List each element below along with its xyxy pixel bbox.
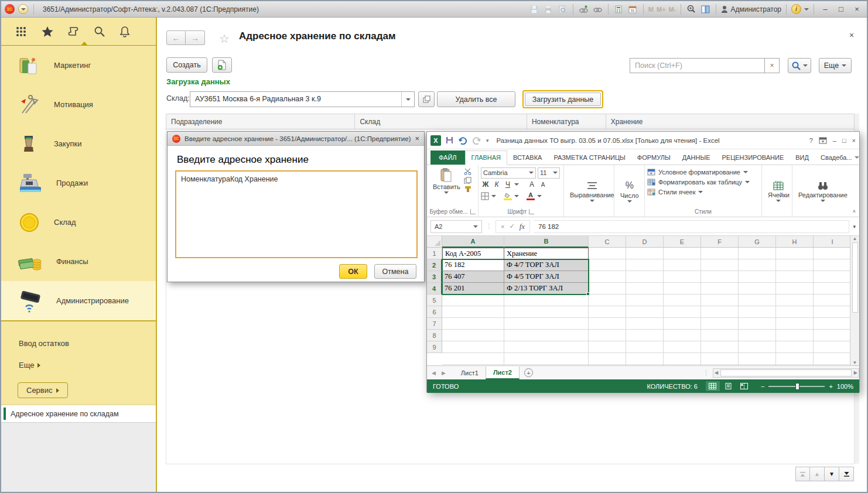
scroll-left-icon[interactable]: ◀	[713, 370, 719, 375]
caret-down-icon[interactable]	[514, 183, 519, 186]
column-header-warehouse[interactable]: Склад	[355, 114, 527, 129]
more-actions-button[interactable]: Еще	[819, 58, 852, 73]
sections-menu-icon[interactable]	[15, 26, 27, 37]
caret-down-icon[interactable]	[491, 195, 496, 197]
cell-B2[interactable]: Ф 4/7 ТОРГ ЗАЛ	[504, 259, 589, 271]
caret-down-icon[interactable]	[514, 195, 519, 197]
go-up-button[interactable]: ▲	[810, 467, 825, 481]
zoom-out-button[interactable]: −	[761, 383, 764, 390]
column-header-storage[interactable]: Хранение	[606, 114, 854, 129]
cell-A1[interactable]: Код А-2005	[442, 248, 504, 259]
row-header-8[interactable]: 8	[427, 330, 442, 341]
undo-icon[interactable]	[458, 136, 467, 145]
save-icon[interactable]	[529, 4, 540, 15]
expand-formula-bar-icon[interactable]: ▾	[853, 224, 856, 230]
next-sheet-icon[interactable]: ▶	[442, 370, 446, 376]
column-header-department[interactable]: Подразделение	[166, 114, 355, 129]
spreadsheet-grid[interactable]: A B C D E F G H I 1 2 3 4 5 6 7 8 9	[427, 236, 859, 365]
search-button[interactable]	[788, 58, 811, 73]
dialog-launcher-icon[interactable]	[470, 209, 476, 214]
tab-insert[interactable]: ВСТАВКА	[507, 151, 548, 165]
tab-home[interactable]: ГЛАВНАЯ	[465, 150, 507, 165]
zoom-icon[interactable]	[686, 4, 697, 15]
tab-file[interactable]: ФАЙЛ	[430, 150, 465, 165]
copy-icon[interactable]	[464, 177, 472, 184]
ribbon-options-icon[interactable]	[819, 137, 827, 144]
sidebar-link-more[interactable]: Еще	[19, 361, 156, 369]
tab-page-layout[interactable]: РАЗМЕТКА СТРАНИЦЫ	[548, 151, 631, 165]
maximize-button[interactable]: □	[835, 5, 848, 13]
sidebar-item-marketing[interactable]: Маркетинг	[1, 46, 156, 85]
select-all-corner[interactable]	[427, 236, 442, 248]
minimize-button[interactable]: –	[819, 5, 832, 13]
delete-all-button[interactable]: Удалить все	[437, 91, 515, 107]
decrease-font-button[interactable]: А	[538, 182, 548, 188]
memory-subtract-button[interactable]: M-	[669, 6, 676, 13]
ok-button[interactable]: ОК	[339, 264, 367, 279]
row-header-9[interactable]: 9	[427, 341, 442, 353]
column-header-nomenclature[interactable]: Номенклатура	[527, 114, 606, 129]
vertical-scrollbar[interactable]: ▲ ▼	[850, 236, 859, 365]
zoom-level[interactable]: 100%	[837, 383, 853, 390]
increase-font-button[interactable]: А	[527, 180, 536, 189]
favorite-star-icon[interactable]: ☆	[219, 32, 230, 46]
combobox-dropdown-button[interactable]	[401, 92, 414, 107]
column-header-A[interactable]: A	[442, 236, 504, 248]
excel-save-icon[interactable]	[446, 136, 453, 144]
fill-color-button[interactable]	[503, 193, 512, 200]
row-header-6[interactable]: 6	[427, 306, 442, 318]
tab-formulas[interactable]: ФОРМУЛЫ	[631, 151, 676, 165]
bold-button[interactable]: Ж	[481, 180, 490, 189]
font-color-button[interactable]: А	[526, 192, 535, 200]
row-header-2[interactable]: 2	[427, 259, 442, 271]
page-break-view-button[interactable]	[737, 381, 751, 391]
row-header-4[interactable]: 4	[427, 283, 442, 295]
alignment-button[interactable]: Выравнивание	[566, 180, 618, 203]
collapse-ribbon-icon[interactable]: ˄	[853, 208, 856, 214]
page-layout-view-button[interactable]	[722, 381, 736, 391]
underline-button[interactable]: Ч	[503, 180, 512, 189]
print-preview-icon[interactable]	[557, 4, 568, 15]
close-form-icon[interactable]: ×	[849, 30, 854, 40]
new-sheet-button[interactable]: +	[524, 368, 533, 377]
horizontal-scrollbar[interactable]: ⋮ ◀ ▶	[703, 366, 859, 379]
sidebar-item-finance[interactable]: Финансы	[1, 242, 156, 281]
prev-sheet-icon[interactable]: ◀	[432, 370, 436, 376]
row-header-1[interactable]: 1	[427, 248, 442, 259]
format-as-table-button[interactable]: Форматировать как таблицу	[647, 177, 759, 187]
memory-add-button[interactable]: M+	[657, 6, 666, 13]
service-button[interactable]: Сервис	[18, 382, 68, 398]
column-header-C[interactable]: C	[589, 236, 626, 248]
enter-entry-icon[interactable]: ✓	[509, 222, 514, 230]
column-header-G[interactable]: G	[739, 236, 776, 248]
scroll-right-icon[interactable]: ▶	[853, 370, 859, 375]
formula-input[interactable]	[534, 220, 849, 233]
zoom-in-button[interactable]: +	[829, 383, 832, 390]
calculator-icon[interactable]	[613, 4, 624, 15]
dialog-close-button[interactable]: ×	[415, 134, 419, 143]
quick-access-customize-icon[interactable]: ▾	[486, 138, 489, 143]
cell-B4[interactable]: Ф 2/13 ТОРГ ЗАЛ	[504, 283, 589, 295]
column-header-B[interactable]: B	[504, 236, 589, 248]
dialog-titlebar[interactable]: 1С Введите адресное хранение - 3651/Адми…	[168, 132, 424, 146]
calendar-icon[interactable]: 31	[627, 4, 638, 15]
scroll-up-icon[interactable]: ▲	[853, 236, 857, 241]
name-box[interactable]: A2	[430, 220, 482, 233]
borders-icon[interactable]	[481, 192, 490, 200]
cell-styles-button[interactable]: Стили ячеек	[647, 187, 759, 197]
sidebar-item-purchases[interactable]: Закупки	[1, 124, 156, 163]
search-icon[interactable]	[94, 26, 105, 37]
tab-custom[interactable]: Свадеба...	[815, 151, 865, 165]
system-menu-button[interactable]	[18, 4, 28, 14]
search-clear-button[interactable]: ×	[764, 58, 780, 73]
font-name-combobox[interactable]: Cambria	[481, 167, 536, 179]
hscroll-thumb[interactable]	[720, 369, 852, 376]
column-header-D[interactable]: D	[626, 236, 664, 248]
memory-recall-button[interactable]: M	[648, 6, 654, 13]
caret-down-icon[interactable]	[537, 195, 542, 197]
sidebar-item-administration[interactable]: Администрирование	[1, 281, 156, 320]
print-icon[interactable]	[543, 4, 554, 15]
scroll-thumb[interactable]	[852, 242, 858, 313]
sheet-tab-list2[interactable]: Лист2	[486, 367, 520, 379]
caret-down-icon[interactable]	[804, 8, 809, 11]
